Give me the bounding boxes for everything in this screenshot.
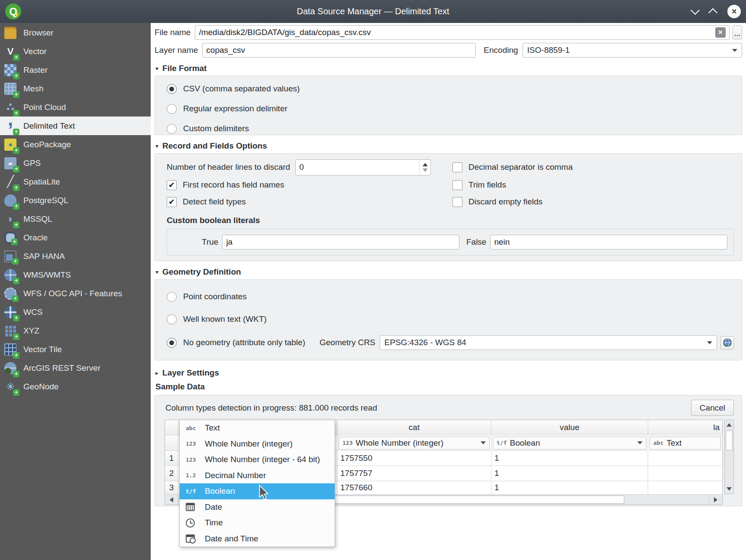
type-menu-item[interactable]: t/f Boolean	[180, 483, 335, 499]
type-menu-item-label: Date	[205, 502, 222, 512]
row-number-cell[interactable]: 3	[165, 481, 178, 495]
checkbox-discard-empty[interactable]: Discard empty fields	[452, 195, 734, 208]
true-literal-input[interactable]: ja	[222, 235, 459, 249]
type-menu-item[interactable]: Date and Time	[180, 531, 335, 547]
browse-file-button[interactable]: …	[733, 26, 742, 39]
geometry-crs-select[interactable]: EPSG:4326 - WGS 84	[380, 335, 717, 350]
window-close-button[interactable]: ×	[727, 5, 741, 18]
checkbox-icon[interactable]	[452, 197, 462, 207]
radio-regexp[interactable]: Regular expression delimiter	[167, 102, 742, 115]
checkbox-detect-types[interactable]: ✔ Detect field types	[167, 195, 452, 208]
la-cell[interactable]	[648, 481, 722, 495]
checkbox-icon[interactable]: ✔	[167, 180, 177, 190]
radio-wkt[interactable]: Well known text (WKT)	[167, 313, 734, 326]
select-crs-button[interactable]	[720, 336, 734, 350]
radio-icon[interactable]	[167, 104, 177, 114]
cat-cell[interactable]: 1757660	[337, 481, 491, 495]
value-cell[interactable]: 1	[491, 466, 648, 481]
row-number-cell[interactable]: 2	[165, 466, 178, 481]
vertical-scrollbar[interactable]	[724, 420, 734, 494]
chevron-down-icon	[707, 341, 712, 344]
sidebar-item-folder[interactable]: + Browser	[0, 23, 151, 42]
checkbox-decimal-comma[interactable]: Decimal separator is comma	[452, 161, 573, 174]
sidebar-item-vector[interactable]: + Vector	[0, 42, 151, 61]
sidebar-item-label: WMS/WMTS	[23, 270, 71, 280]
radio-icon[interactable]	[167, 124, 177, 134]
sidebar-item-mesh[interactable]: + Mesh	[0, 79, 151, 98]
type-menu-item[interactable]: Time	[180, 515, 335, 531]
sidebar-item-point-cloud[interactable]: + Point Cloud	[0, 98, 151, 117]
sidebar-item-postgresql[interactable]: + PostgreSQL	[0, 191, 151, 210]
sidebar-item-label: GeoNode	[23, 382, 58, 392]
file-format-header[interactable]: ▾ File Format	[155, 64, 742, 73]
wms-wmts-icon: +	[4, 269, 16, 281]
radio-point-coordinates[interactable]: Point coordinates	[167, 290, 734, 303]
text-type-icon: abc	[653, 440, 663, 446]
checkbox-icon[interactable]	[452, 162, 462, 172]
checkbox-icon[interactable]	[452, 180, 462, 190]
sidebar-item-spatialite[interactable]: + SpatiaLite	[0, 172, 151, 191]
type-menu-item[interactable]: Date	[180, 499, 335, 515]
sidebar-item-sap-hana[interactable]: + SAP HANA	[0, 247, 151, 265]
radio-icon[interactable]	[167, 84, 177, 94]
sidebar-item-raster[interactable]: + Raster	[0, 61, 151, 79]
radio-icon[interactable]	[167, 314, 177, 324]
false-literal-input[interactable]: nein	[490, 235, 727, 249]
sidebar-item-xyz[interactable]: + XYZ	[0, 321, 151, 340]
sidebar-item-oracle[interactable]: + Oracle	[0, 228, 151, 247]
window-roll-up-icon[interactable]	[708, 8, 717, 17]
row-number-cell[interactable]: 1	[165, 451, 178, 466]
sidebar-item-gps[interactable]: + GPS	[0, 154, 151, 172]
clear-filename-icon[interactable]: ×	[715, 27, 726, 38]
type-select-la[interactable]: abc Text	[649, 437, 721, 450]
vertical-scroll-thumb[interactable]	[726, 431, 733, 450]
sidebar-item-mssql[interactable]: + MSSQL	[0, 210, 151, 228]
scroll-down-button[interactable]	[725, 484, 733, 494]
sidebar-item-geonode[interactable]: + GeoNode	[0, 377, 151, 396]
value-cell[interactable]: 1	[491, 451, 648, 466]
layer-settings-header[interactable]: ▸ Layer Settings	[155, 368, 742, 378]
type-menu-item[interactable]: abc Text	[180, 420, 335, 436]
checkbox-icon[interactable]: ✔	[167, 197, 177, 207]
sidebar-item-wcs[interactable]: + WCS	[0, 303, 151, 321]
radio-custom-delimiters[interactable]: Custom delimiters	[167, 122, 742, 135]
horizontal-scroll-thumb[interactable]	[329, 495, 624, 504]
layer-name-input[interactable]: copas_csv	[202, 43, 476, 58]
checkbox-trim-fields[interactable]: Trim fields	[452, 178, 734, 191]
checkbox-first-record[interactable]: ✔ First record has field names	[167, 178, 452, 191]
spin-down-icon[interactable]	[423, 168, 428, 172]
sidebar-item-wfs[interactable]: + WFS / OGC API - Features	[0, 284, 151, 303]
scroll-right-button[interactable]	[709, 495, 722, 505]
cat-cell[interactable]: 1757757	[337, 466, 491, 481]
encoding-select[interactable]: ISO-8859-1	[523, 43, 742, 58]
cancel-button[interactable]: Cancel	[691, 400, 734, 416]
globe-icon	[723, 338, 732, 347]
type-select-value[interactable]: t/f Boolean	[493, 437, 646, 450]
type-select-cat[interactable]: 123 Whole Number (integer)	[339, 437, 490, 450]
type-menu-item[interactable]: 123 Whole Number (integer - 64 bit)	[180, 452, 335, 468]
la-cell[interactable]	[648, 466, 722, 481]
scroll-up-button[interactable]	[725, 420, 733, 430]
window-roll-down-icon[interactable]	[691, 6, 700, 15]
spin-up-icon[interactable]	[423, 163, 428, 166]
sidebar-item-geopackage[interactable]: + GeoPackage	[0, 135, 151, 154]
sidebar-item-delimited-text[interactable]: + Delimited Text	[0, 117, 151, 135]
sidebar-item-arcgis[interactable]: + ArcGIS REST Server	[0, 359, 151, 377]
type-menu-item[interactable]: 1.2 Decimal Number	[180, 468, 335, 484]
type-menu-item[interactable]: 123 Whole Number (integer)	[180, 436, 335, 452]
geometry-header[interactable]: ▾ Geometry Definition	[155, 267, 742, 277]
sidebar-item-wms-wmts[interactable]: + WMS/WMTS	[0, 265, 151, 284]
file-name-input[interactable]: /media/disk2/BIGDATA/gis_data/copas_csv.…	[195, 25, 730, 40]
radio-no-geometry[interactable]: No geometry (attribute only table) Geome…	[167, 335, 734, 350]
radio-icon[interactable]	[167, 292, 177, 302]
radio-csv[interactable]: CSV (comma separated values)	[167, 82, 742, 95]
file-format-frame: CSV (comma separated values) Regular exp…	[155, 76, 742, 135]
record-fields-header[interactable]: ▾ Record and Fields Options	[155, 141, 742, 151]
value-cell[interactable]: 1	[491, 481, 648, 495]
la-cell[interactable]	[648, 451, 722, 466]
header-lines-spinner[interactable]: 0	[295, 159, 431, 175]
scroll-left-button[interactable]	[165, 495, 178, 505]
cat-cell[interactable]: 1757550	[337, 451, 491, 466]
sidebar-item-vector-tile[interactable]: + Vector Tile	[0, 340, 151, 359]
radio-icon[interactable]	[167, 338, 177, 348]
